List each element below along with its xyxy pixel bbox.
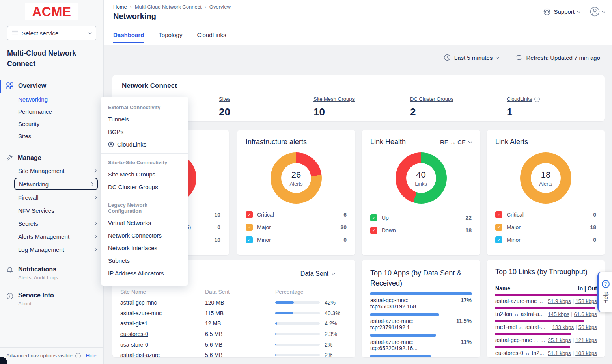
- overview-subitems: Networking Performance Security Sites: [0, 92, 103, 143]
- in-kbps-link[interactable]: 145 kbps: [548, 311, 569, 317]
- chevron-down-icon: [88, 31, 92, 35]
- sidebar-item-firewall[interactable]: Firewall: [0, 191, 103, 204]
- chevron-right-icon: [93, 169, 97, 173]
- checkbox-minor[interactable]: ✓: [495, 236, 502, 243]
- chevron-down-icon: [577, 9, 581, 13]
- site-link[interactable]: astral-gcp-mnc: [120, 299, 157, 306]
- list-item: astral-gcp-mnc: tcp:65031/192.168....17%: [370, 292, 472, 310]
- support-menu[interactable]: Support: [543, 8, 580, 16]
- menu-item-network-connectors[interactable]: Network Connectors: [101, 229, 188, 241]
- tab-topology[interactable]: Topology: [159, 32, 182, 43]
- site-link[interactable]: astral-azure-mnc: [120, 310, 162, 316]
- menu-item-subnets[interactable]: Subnets: [101, 254, 188, 267]
- link-health-filter[interactable]: RE ↔ CE: [440, 139, 472, 145]
- stat-dcg-label[interactable]: DC Cluster Groups: [410, 96, 453, 102]
- legend-value: 6: [343, 212, 347, 218]
- legend-value: 22: [465, 215, 472, 221]
- menu-item-tunnels[interactable]: Tunnels: [101, 113, 188, 125]
- chevron-right-icon: [90, 182, 94, 186]
- menu-item-cloudlinks[interactable]: CloudLinks: [101, 138, 188, 150]
- in-kbps-link[interactable]: 35.1 kbps: [548, 337, 571, 343]
- sidebar-item-log-management[interactable]: Log Management: [0, 243, 103, 256]
- refresh-control[interactable]: Refresh: Updated 7 min ago: [515, 54, 600, 61]
- user-menu[interactable]: [590, 6, 605, 17]
- out-kbps-link[interactable]: 158 kbps: [575, 298, 597, 304]
- progress-track: [275, 322, 320, 325]
- link-health-title[interactable]: Link Health: [370, 138, 406, 146]
- top-links-title[interactable]: Top 10 Links (by Throughput): [495, 268, 597, 276]
- out-kbps-link[interactable]: 103 kbps: [575, 350, 597, 356]
- sidebar-item-secrets[interactable]: Secrets: [0, 217, 103, 230]
- stat-cloudlinks-label[interactable]: CloudLinks: [507, 96, 532, 102]
- breadcrumb-home[interactable]: Home: [113, 4, 127, 10]
- in-kbps-link[interactable]: 51.9 kbps: [548, 298, 571, 304]
- progress-track: [275, 344, 320, 346]
- checkbox-up[interactable]: ✓: [370, 214, 377, 221]
- site-link[interactable]: usa-store-0: [120, 342, 148, 348]
- sidebar-item-site-management[interactable]: Site Management: [0, 164, 103, 177]
- checkbox-critical[interactable]: ✓: [246, 211, 253, 218]
- sidebar-item-security[interactable]: Security: [0, 118, 103, 130]
- menu-item-bgps[interactable]: BGPs: [101, 125, 188, 138]
- checkbox-minor[interactable]: ✓: [246, 236, 253, 243]
- info-icon[interactable]: i: [534, 97, 540, 102]
- checkbox-major[interactable]: ✓: [246, 224, 253, 231]
- item-label: Secrets: [18, 220, 38, 227]
- out-kbps-link[interactable]: 61.6 kbps: [574, 311, 597, 317]
- manage-header[interactable]: Manage: [0, 152, 103, 164]
- help-tab[interactable]: ? Help: [597, 272, 612, 312]
- out-kbps-link[interactable]: 50 kbps: [578, 324, 597, 330]
- legend-value: 0: [343, 237, 347, 243]
- stat-sites-label[interactable]: Sites: [219, 96, 230, 102]
- menu-item-site-mesh-groups[interactable]: Site Mesh Groups: [101, 168, 188, 180]
- sidebar-item-overview[interactable]: Overview: [0, 80, 103, 92]
- hide-link[interactable]: Hide: [86, 353, 97, 358]
- checkbox-critical[interactable]: ✓: [495, 211, 502, 218]
- support-label: Support: [554, 8, 575, 15]
- infrastructure-alerts-title[interactable]: Infrastructure alerts: [246, 138, 347, 146]
- checkbox-major[interactable]: ✓: [495, 224, 502, 231]
- stat-smg-label[interactable]: Site Mesh Groups: [313, 96, 355, 102]
- info-icon: i: [75, 353, 81, 358]
- link-health-card: Link Health RE ↔ CE 40 Links ✓ Up: [362, 130, 480, 255]
- link-alerts-title[interactable]: Link Alerts: [495, 138, 596, 146]
- overview-label: Overview: [18, 82, 46, 89]
- sidebar-item-manage-networking[interactable]: Networking: [14, 178, 98, 190]
- pct-label: 2%: [325, 352, 342, 357]
- question-mark-icon: ?: [602, 280, 610, 288]
- link-bar: [495, 346, 570, 348]
- wrench-icon: [6, 155, 13, 162]
- sidebar-item-nfv-services[interactable]: NFV Services: [0, 204, 103, 217]
- out-kbps-link[interactable]: 121 kbps: [575, 337, 597, 343]
- legend-label: Major: [257, 224, 336, 230]
- time-range-selector[interactable]: Last 5 minutes: [444, 54, 499, 61]
- sidebar-item-sites[interactable]: Sites: [0, 130, 103, 142]
- menu-item-dc-cluster-groups[interactable]: DC Cluster Groups: [101, 180, 188, 193]
- in-kbps-link[interactable]: 133 kbps: [552, 324, 574, 330]
- legend-value: 20: [340, 224, 347, 230]
- legend-value: 0: [593, 212, 596, 218]
- sidebar-item-alerts-management[interactable]: Alerts Management: [0, 230, 103, 243]
- sidebar-item-performance[interactable]: Performance: [0, 106, 103, 118]
- data-sent-dropdown[interactable]: Data Sent: [300, 270, 335, 277]
- sidebar-item-service-info[interactable]: Service Info About: [0, 286, 103, 312]
- tab-dashboard[interactable]: Dashboard: [113, 32, 144, 43]
- service-selector[interactable]: Select service: [7, 26, 96, 40]
- menu-item-network-interfaces[interactable]: Network Interfaces: [101, 241, 188, 254]
- site-link[interactable]: eu-stores-0: [120, 331, 148, 337]
- in-kbps-link[interactable]: 51.1 kbps: [548, 350, 571, 356]
- menu-item-virtual-networks[interactable]: Virtual Networks: [101, 216, 188, 229]
- sidebar-item-notifications[interactable]: Notifications Alerts, Audit Logs: [0, 260, 103, 286]
- progress-fill: [275, 301, 294, 304]
- app-label: astral-gcp-mnc: tcp:65031/192.168....: [370, 297, 461, 310]
- top-apps-title: Top 10 Apps (by Data Sent & Received): [370, 268, 472, 288]
- site-link[interactable]: astral-gke1: [120, 320, 147, 327]
- menu-item-ip-address-allocators[interactable]: IP Address Allocators: [101, 267, 188, 279]
- legend: ✓ Critical 0 ✓ Major 18 ✓ Minor 0: [495, 208, 596, 246]
- sidebar-item-networking[interactable]: Networking: [0, 93, 103, 106]
- link-name: astral-azure-mnc ...: [495, 298, 543, 304]
- tab-cloudlinks[interactable]: CloudLinks: [197, 32, 226, 43]
- progress-fill: [275, 333, 276, 335]
- checkbox-down[interactable]: ✓: [370, 227, 377, 234]
- data-sent-value: 6.5 MB: [205, 331, 275, 337]
